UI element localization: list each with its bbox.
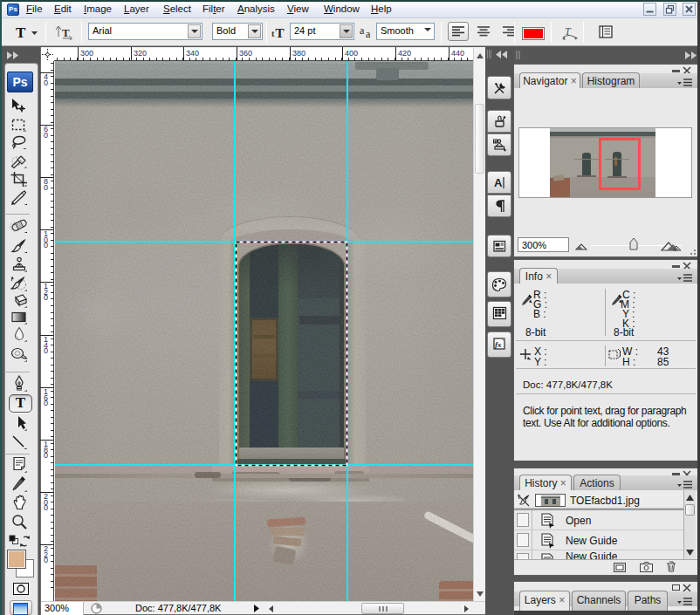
svg-text:a: a [360, 25, 365, 37]
svg-text:T: T [276, 26, 285, 39]
svg-text:T: T [16, 24, 26, 41]
svg-text:A: A [494, 176, 503, 189]
svg-text:T: T [62, 26, 70, 39]
svg-text:a: a [366, 28, 371, 39]
svg-text:fx: fx [495, 340, 502, 349]
svg-text:t: t [271, 29, 275, 38]
